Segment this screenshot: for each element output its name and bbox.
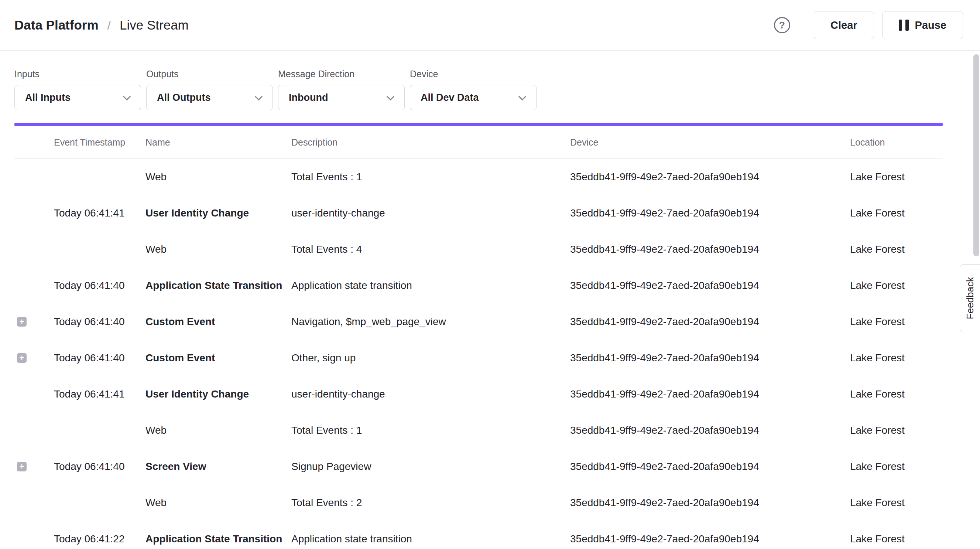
chevron-down-icon	[519, 93, 526, 101]
event-timestamp-cell: Today 06:41:40	[54, 280, 145, 292]
filter-group-device: Device All Dev Data	[410, 69, 536, 110]
event-description-cell: Application state transition	[291, 280, 570, 292]
event-location-cell: Lake Forest	[850, 316, 943, 328]
help-button[interactable]: ?	[774, 17, 790, 33]
table-row[interactable]: + Today 06:41:40 Custom Event Other, sig…	[14, 340, 943, 376]
event-device-cell: 35eddb41-9ff9-49e2-7aed-20afa90eb194	[570, 243, 850, 255]
message-direction-dropdown[interactable]: Inbound	[278, 85, 405, 110]
table-row[interactable]: + Web Total Events : 1 35eddb41-9ff9-49e…	[14, 159, 943, 195]
breadcrumb-item-data-platform[interactable]: Data Platform	[14, 18, 99, 32]
table-row[interactable]: + Today 06:41:40 Custom Event Navigation…	[14, 304, 943, 340]
expand-icon[interactable]: +	[17, 353, 27, 363]
scrollbar-thumb[interactable]	[974, 54, 979, 256]
clear-button[interactable]: Clear	[814, 11, 874, 39]
event-location-cell: Lake Forest	[850, 425, 943, 436]
table-row[interactable]: + Today 06:41:40 Screen View Signup Page…	[14, 448, 943, 485]
page-header: Data Platform / Live Stream ? Clear Paus…	[0, 0, 980, 51]
plus-glyph: +	[19, 354, 24, 362]
pause-icon	[899, 19, 909, 31]
event-description-cell: Signup Pageview	[291, 461, 570, 472]
plus-glyph: +	[19, 463, 24, 471]
expand-cell: +	[14, 534, 54, 544]
event-description-cell: Other, sign up	[291, 352, 570, 364]
event-timestamp-cell: Today 06:41:41	[54, 207, 145, 219]
table-row[interactable]: + Today 06:41:40 Application State Trans…	[14, 268, 943, 304]
chevron-down-icon	[123, 93, 131, 101]
expand-cell: +	[14, 317, 54, 327]
expand-icon[interactable]: +	[17, 317, 27, 327]
expand-cell: +	[14, 462, 54, 471]
table-row[interactable]: + Web Total Events : 4 35eddb41-9ff9-49e…	[14, 231, 943, 268]
chevron-down-icon	[387, 93, 395, 101]
device-dropdown[interactable]: All Dev Data	[410, 85, 536, 110]
event-table-body: + Web Total Events : 1 35eddb41-9ff9-49e…	[14, 159, 943, 549]
event-name-cell: Web	[145, 243, 291, 255]
event-name-cell: Web	[145, 171, 291, 183]
event-name-cell: Application State Transition	[145, 280, 291, 292]
event-name-cell: Web	[145, 497, 291, 509]
event-name-cell: User Identity Change	[145, 207, 291, 219]
inputs-dropdown[interactable]: All Inputs	[14, 85, 141, 110]
column-header-location: Location	[850, 137, 943, 148]
feedback-tab[interactable]: Feedback	[960, 264, 980, 332]
event-location-cell: Lake Forest	[850, 352, 943, 364]
help-icon: ?	[779, 19, 785, 31]
pause-button[interactable]: Pause	[882, 11, 963, 39]
event-device-cell: 35eddb41-9ff9-49e2-7aed-20afa90eb194	[570, 425, 850, 436]
event-description-cell: Total Events : 1	[291, 425, 570, 436]
table-row[interactable]: + Today 06:41:41 User Identity Change us…	[14, 195, 943, 231]
expand-cell: +	[14, 389, 54, 399]
event-location-cell: Lake Forest	[850, 461, 943, 472]
event-location-cell: Lake Forest	[850, 533, 943, 545]
expand-cell: +	[14, 208, 54, 218]
event-location-cell: Lake Forest	[850, 207, 943, 219]
event-name-cell: Application State Transition	[145, 533, 291, 545]
table-row[interactable]: + Web Total Events : 1 35eddb41-9ff9-49e…	[14, 412, 943, 448]
event-device-cell: 35eddb41-9ff9-49e2-7aed-20afa90eb194	[570, 171, 850, 183]
event-description-cell: Total Events : 1	[291, 171, 570, 183]
expand-cell: +	[14, 244, 54, 254]
table-header-row: Event Timestamp Name Description Device …	[14, 126, 943, 159]
event-name-cell: Custom Event	[145, 316, 291, 328]
filter-label-outputs: Outputs	[146, 69, 273, 80]
event-description-cell: Total Events : 2	[291, 497, 570, 509]
table-row[interactable]: + Today 06:41:41 User Identity Change us…	[14, 376, 943, 412]
event-location-cell: Lake Forest	[850, 171, 943, 183]
column-header-description: Description	[291, 137, 570, 148]
event-device-cell: 35eddb41-9ff9-49e2-7aed-20afa90eb194	[570, 388, 850, 400]
outputs-dropdown-value: All Outputs	[157, 92, 210, 104]
table-row[interactable]: + Web Total Events : 2 35eddb41-9ff9-49e…	[14, 485, 943, 521]
device-dropdown-value: All Dev Data	[421, 92, 479, 104]
event-timestamp-cell: Today 06:41:41	[54, 388, 145, 400]
events-table: Event Timestamp Name Description Device …	[14, 126, 943, 549]
outputs-dropdown[interactable]: All Outputs	[146, 85, 273, 110]
column-header-name: Name	[145, 137, 291, 148]
event-device-cell: 35eddb41-9ff9-49e2-7aed-20afa90eb194	[570, 497, 850, 509]
breadcrumb-item-live-stream: Live Stream	[119, 18, 189, 32]
event-location-cell: Lake Forest	[850, 497, 943, 509]
expand-cell: +	[14, 172, 54, 182]
stream-progress-bar	[14, 123, 943, 126]
event-device-cell: 35eddb41-9ff9-49e2-7aed-20afa90eb194	[570, 461, 850, 472]
expand-icon[interactable]: +	[17, 462, 27, 471]
event-description-cell: Application state transition	[291, 533, 570, 545]
filter-label-message-direction: Message Direction	[278, 69, 405, 80]
table-row[interactable]: + Today 06:41:22 Application State Trans…	[14, 521, 943, 549]
filter-group-message-direction: Message Direction Inbound	[278, 69, 405, 110]
event-name-cell: Screen View	[145, 461, 291, 472]
event-device-cell: 35eddb41-9ff9-49e2-7aed-20afa90eb194	[570, 533, 850, 545]
event-device-cell: 35eddb41-9ff9-49e2-7aed-20afa90eb194	[570, 352, 850, 364]
filter-group-inputs: Inputs All Inputs	[14, 69, 141, 110]
event-timestamp-cell: Today 06:41:40	[54, 316, 145, 328]
message-direction-dropdown-value: Inbound	[289, 92, 328, 104]
event-description-cell: Total Events : 4	[291, 243, 570, 255]
pause-button-label: Pause	[915, 19, 947, 31]
filter-label-inputs: Inputs	[14, 69, 141, 80]
chevron-down-icon	[255, 93, 262, 101]
feedback-tab-label: Feedback	[964, 277, 976, 319]
breadcrumb: Data Platform / Live Stream	[14, 18, 189, 32]
event-name-cell: User Identity Change	[145, 388, 291, 400]
event-device-cell: 35eddb41-9ff9-49e2-7aed-20afa90eb194	[570, 316, 850, 328]
filter-bar: Inputs All Inputs Outputs All Outputs Me…	[0, 51, 980, 110]
event-timestamp-cell: Today 06:41:40	[54, 461, 145, 472]
